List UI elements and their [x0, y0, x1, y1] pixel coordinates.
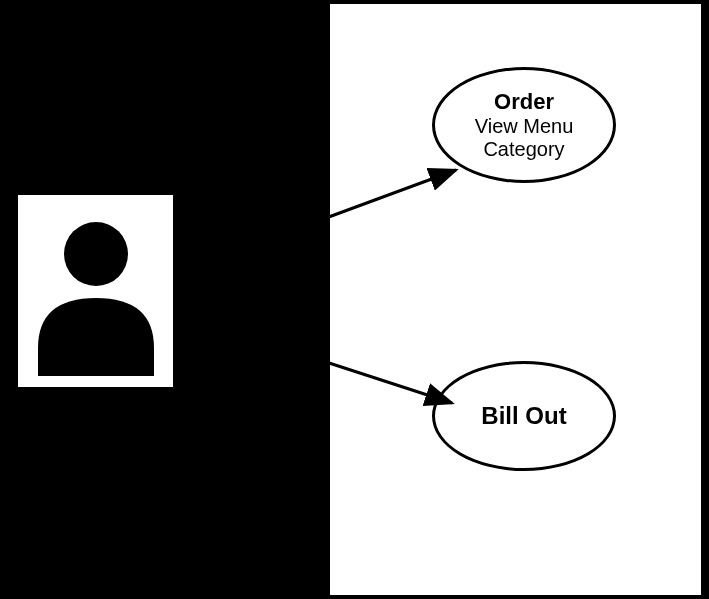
svg-point-0 [64, 222, 128, 286]
person-icon [26, 206, 166, 376]
arrowhead-to-actor [193, 290, 210, 308]
usecase-billout: Bill Out [432, 361, 616, 471]
usecase-billout-title: Bill Out [481, 402, 566, 430]
usecase-order-title: Order [494, 89, 554, 114]
usecase-order-line2: Category [483, 138, 564, 161]
actor-box [16, 193, 175, 389]
usecase-order-line1: View Menu [475, 115, 574, 138]
arrow-stem-lower [175, 290, 326, 362]
use-case-diagram: Order View Menu Category Bill Out [0, 0, 709, 599]
arrow-stem-upper [175, 218, 326, 290]
usecase-order: Order View Menu Category [432, 67, 616, 183]
